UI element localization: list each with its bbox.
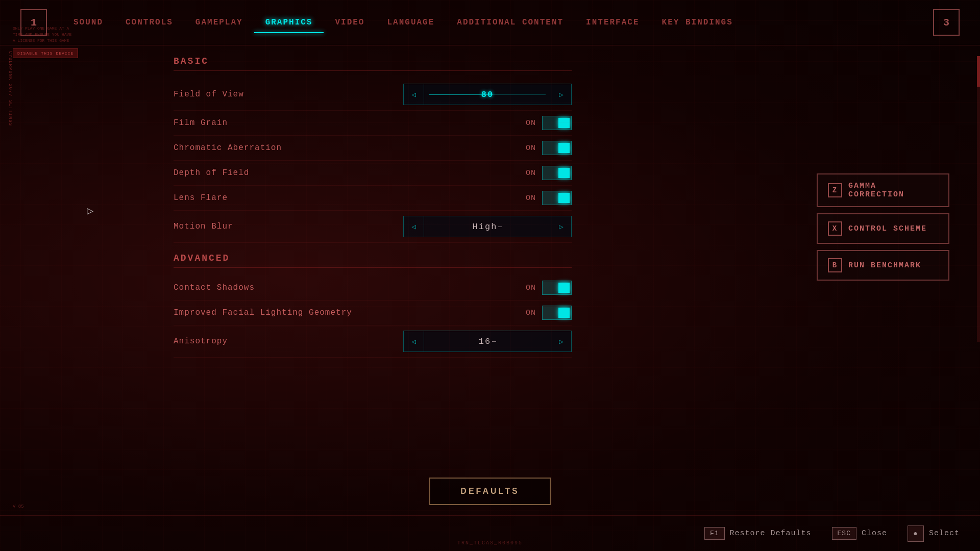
background-grid <box>0 0 980 551</box>
left-deco-text: CYBERPUNK 2077 SETTINGS <box>8 51 13 126</box>
fov-value: 80 <box>481 90 494 99</box>
left-decoration: CYBERPUNK 2077 SETTINGS <box>8 51 13 126</box>
